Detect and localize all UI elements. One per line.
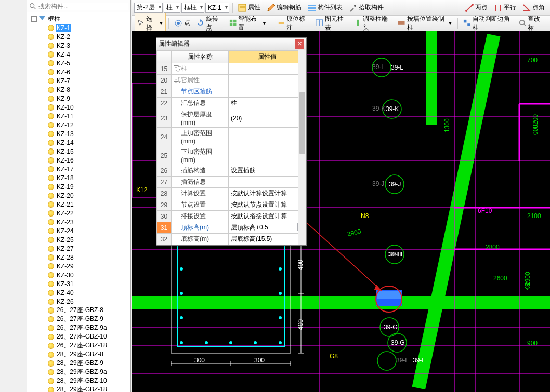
floor-combo[interactable]: 第-2层: [134, 3, 163, 13]
property-row[interactable]: 24上加密范围(mm): [157, 128, 306, 146]
tree-item[interactable]: KZ-3: [27, 41, 130, 50]
tree-item[interactable]: 26、27座-GBZ-18: [27, 341, 130, 350]
property-row[interactable]: 28计算设置按默认计算设置计算: [157, 188, 306, 199]
tree-item[interactable]: KZ-15: [27, 147, 130, 156]
tree-root[interactable]: -框柱: [27, 15, 130, 23]
property-value[interactable]: 按默认节点设置计算: [229, 199, 306, 211]
graph-col-button[interactable]: 图元柱表: [313, 13, 350, 34]
expand-icon[interactable]: +: [174, 65, 178, 70]
orig-mark-button[interactable]: 原位标注: [275, 13, 312, 34]
tree-item[interactable]: 26、27座-GBZ-9: [27, 315, 130, 323]
tree-item[interactable]: KZ-27: [27, 244, 130, 253]
collapse-icon[interactable]: -: [31, 16, 37, 22]
tree-item[interactable]: 26、27座-GBZ-8: [27, 306, 130, 315]
property-button[interactable]: 属性: [235, 2, 263, 13]
parallel-button[interactable]: 平行: [491, 2, 519, 13]
property-row[interactable]: 20-其它属性: [157, 75, 306, 86]
property-row[interactable]: 29节点设置按默认节点设置计算: [157, 199, 306, 211]
property-row[interactable]: 26插筋构造设置插筋: [157, 165, 306, 177]
property-value[interactable]: 按默认搭接设置计算: [229, 211, 306, 222]
property-row[interactable]: 22汇总信息柱: [157, 98, 306, 109]
tree-item[interactable]: KZ-16: [27, 156, 130, 165]
tree-item[interactable]: KZ-21: [27, 200, 130, 209]
tree-item[interactable]: KZ-25: [27, 235, 130, 244]
property-value[interactable]: 柱: [229, 98, 306, 109]
category-combo[interactable]: 柱: [164, 3, 180, 13]
property-value[interactable]: [229, 63, 306, 75]
collapse-icon[interactable]: -: [174, 77, 178, 82]
property-value[interactable]: [229, 86, 306, 98]
property-value[interactable]: 层底标高(15.5): [229, 234, 306, 245]
tree-item[interactable]: KZ-22: [27, 209, 130, 218]
search-input[interactable]: [38, 3, 128, 10]
tree-item[interactable]: KZ-24: [27, 226, 130, 235]
tree-item[interactable]: KZ-30: [27, 271, 130, 279]
property-row[interactable]: 27插筋信息: [157, 177, 306, 188]
property-row[interactable]: 30搭接设置按默认搭接设置计算: [157, 211, 306, 222]
property-value[interactable]: [229, 75, 306, 86]
component-tree[interactable]: -框柱KZ-1KZ-2KZ-3KZ-4KZ-5KZ-6KZ-7KZ-8KZ-9K…: [27, 12, 130, 392]
adjust-end-button[interactable]: 调整柱端头: [351, 13, 394, 34]
tree-item[interactable]: 28、29座-GBZ-8: [27, 350, 130, 359]
tree-item[interactable]: 28、29座-GBZ-18: [27, 385, 130, 392]
tree-item[interactable]: KZ-2: [27, 32, 130, 41]
component-combo[interactable]: KZ-1: [205, 3, 229, 13]
smart-layout-button[interactable]: 智能布置▼: [227, 13, 269, 34]
property-value[interactable]: [229, 128, 306, 146]
property-value[interactable]: 按默认计算设置计算: [229, 188, 306, 199]
property-row[interactable]: 23保护层厚度(mm)(20): [157, 109, 306, 128]
property-row[interactable]: 31顶标高(m)层顶标高+0.5▾: [157, 222, 306, 234]
rotate-point-button[interactable]: 旋转点: [194, 13, 225, 34]
property-row[interactable]: 15+芯柱: [157, 63, 306, 75]
auto-corner-button[interactable]: 自动判断边角柱: [461, 13, 515, 34]
tree-item[interactable]: KZ-6: [27, 67, 130, 76]
property-value[interactable]: 设置插筋: [229, 165, 306, 177]
tree-item[interactable]: KZ-9: [27, 94, 130, 103]
property-value[interactable]: [229, 177, 306, 188]
property-scrollbar[interactable]: [298, 50, 306, 245]
tree-item[interactable]: KZ-28: [27, 253, 130, 262]
tree-item[interactable]: KZ-40: [27, 288, 130, 297]
tree-item[interactable]: 28、29座-GBZ-10: [27, 376, 130, 385]
tree-item[interactable]: KZ-31: [27, 279, 130, 288]
property-editor-panel[interactable]: 属性编辑器 ✕ 属性名称 属性值 15+芯柱20-其它属性21节点区箍筋22汇总…: [156, 37, 307, 246]
edit-rebar-button[interactable]: 编辑钢筋: [264, 2, 304, 13]
tree-item[interactable]: KZ-13: [27, 129, 130, 138]
tree-item[interactable]: KZ-26: [27, 297, 130, 306]
tree-item[interactable]: KZ-7: [27, 76, 130, 85]
property-value[interactable]: [229, 146, 306, 165]
tree-item[interactable]: KZ-8: [27, 85, 130, 94]
tree-item[interactable]: KZ-12: [27, 120, 130, 129]
type-combo[interactable]: 框柱: [181, 3, 204, 13]
scrollbar-thumb[interactable]: [299, 92, 305, 154]
property-grid[interactable]: 属性名称 属性值 15+芯柱20-其它属性21节点区箍筋22汇总信息柱23保护层…: [156, 50, 306, 245]
tree-item[interactable]: KZ-29: [27, 262, 130, 271]
tree-item[interactable]: KZ-23: [27, 218, 130, 226]
tree-item[interactable]: KZ-4: [27, 50, 130, 59]
tree-item[interactable]: KZ-5: [27, 59, 130, 67]
property-value[interactable]: 层顶标高+0.5▾: [229, 222, 306, 234]
tree-item[interactable]: KZ-19: [27, 182, 130, 191]
tree-item[interactable]: 28、29座-GBZ-9a: [27, 368, 130, 376]
tree-item[interactable]: KZ-1: [27, 23, 130, 32]
select-button[interactable]: 选择▼: [135, 13, 166, 34]
close-icon[interactable]: ✕: [295, 39, 304, 49]
tree-item[interactable]: 26、27座-GBZ-10: [27, 332, 130, 341]
point-button[interactable]: 点: [172, 17, 193, 29]
tree-item[interactable]: KZ-17: [27, 165, 130, 173]
property-row[interactable]: 25下加密范围(mm): [157, 146, 306, 165]
property-value[interactable]: (20): [229, 109, 306, 128]
tree-item[interactable]: 26、27座-GBZ-9a: [27, 323, 130, 332]
tree-item[interactable]: KZ-14: [27, 138, 130, 147]
tree-item[interactable]: KZ-10: [27, 103, 130, 112]
tree-item[interactable]: KZ-18: [27, 173, 130, 182]
tree-item[interactable]: 28、29座-GBZ-9: [27, 359, 130, 368]
property-panel-titlebar[interactable]: 属性编辑器 ✕: [156, 38, 306, 50]
two-point-button[interactable]: 两点: [463, 2, 490, 13]
draw-by-pos-button[interactable]: 按墙位置绘制柱▼: [395, 13, 455, 34]
property-row[interactable]: 32底标高(m)层底标高(15.5): [157, 234, 306, 245]
point-angle-button[interactable]: 点角: [520, 2, 547, 13]
tree-item[interactable]: KZ-11: [27, 112, 130, 120]
property-row[interactable]: 21节点区箍筋: [157, 86, 306, 98]
tree-item[interactable]: KZ-20: [27, 191, 130, 200]
